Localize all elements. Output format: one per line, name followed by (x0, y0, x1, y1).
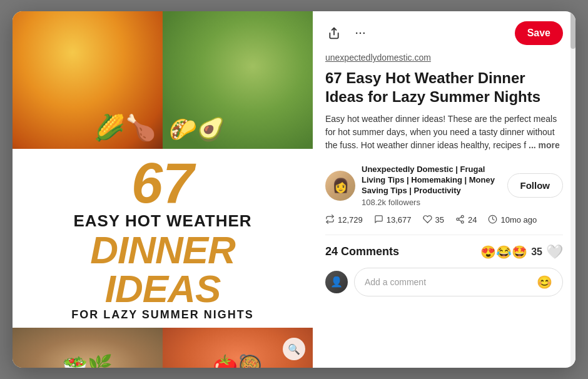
image-number: 67 (131, 155, 194, 211)
repin-icon (325, 215, 335, 226)
repin-count: 12,729 (338, 215, 363, 225)
stat-time: 10mo ago (488, 215, 537, 226)
svg-point-1 (356, 33, 358, 34)
comment-placeholder: Add a comment (365, 277, 426, 287)
share-stat-icon (455, 215, 465, 226)
scrollbar-thumb[interactable] (570, 11, 575, 49)
author-followers: 108.2k followers (362, 198, 501, 207)
follow-button[interactable]: Follow (507, 173, 564, 198)
commenter-avatar: 👤 (325, 271, 348, 293)
comments-header: 24 Comments 😍😂🤩 35 🤍 (325, 244, 563, 260)
image-line4: FOR LAZY SUMMER NIGHTS (71, 308, 254, 321)
comment-input-row: 👤 Add a comment 😊 (325, 268, 563, 296)
comments-section: 24 Comments 😍😂🤩 35 🤍 👤 Add a comment 😊 (325, 244, 563, 296)
image-bottom-left (13, 328, 163, 368)
scrollbar-track[interactable] (570, 11, 575, 368)
reaction-emojis: 😍😂🤩 (480, 245, 527, 260)
visual-search-button[interactable]: 🔍 (283, 338, 305, 360)
save-button[interactable]: Save (515, 21, 563, 45)
image-line2: DINNER (90, 231, 235, 270)
image-panel: 67 EASY HOT WEATHER DINNER IDEAS FOR LAZ… (13, 11, 313, 368)
stat-repins: 12,729 (325, 215, 363, 226)
svg-line-8 (459, 217, 461, 218)
share-button[interactable] (325, 24, 343, 42)
pin-description: Easy hot weather dinner ideas! These are… (325, 113, 563, 152)
comment-input-wrapper[interactable]: Add a comment 😊 (354, 268, 563, 296)
pin-title: 67 Easy Hot Weather Dinner Ideas for Laz… (325, 69, 563, 106)
svg-point-3 (363, 33, 365, 34)
stats-row: 12,729 13,677 35 (325, 215, 563, 235)
comment-icon (374, 215, 383, 226)
modal-overlay: 67 EASY HOT WEATHER DINNER IDEAS FOR LAZ… (0, 0, 588, 379)
reactions-row: 😍😂🤩 35 🤍 (480, 244, 563, 260)
shares-count: 24 (468, 215, 477, 225)
image-line3: IDEAS (105, 270, 220, 308)
image-collage: 67 EASY HOT WEATHER DINNER IDEAS FOR LAZ… (13, 11, 313, 368)
image-top-left (13, 11, 163, 149)
description-text: Easy hot weather dinner ideas! These are… (325, 114, 557, 150)
svg-line-7 (459, 220, 461, 221)
emoji-button[interactable]: 😊 (537, 275, 552, 290)
more-link[interactable]: ... more (529, 140, 560, 150)
author-section: 👩 Unexpectedly Domestic | Frugal Living … (325, 164, 563, 207)
heart-button[interactable]: 🤍 (546, 244, 563, 260)
image-top-right (163, 11, 313, 149)
header-actions: Save (325, 21, 563, 45)
comments-title: 24 Comments (325, 245, 399, 258)
comments-count: 13,677 (387, 215, 412, 225)
pin-modal: 67 EASY HOT WEATHER DINNER IDEAS FOR LAZ… (13, 11, 575, 368)
likes-count: 35 (435, 215, 444, 225)
info-panel: Save unexpectedlydomestic.com 67 Easy Ho… (313, 11, 575, 368)
stat-shares: 24 (455, 215, 477, 226)
header-left-icons (325, 24, 369, 42)
author-name[interactable]: Unexpectedly Domestic | Frugal Living Ti… (362, 164, 501, 196)
clock-icon (488, 215, 497, 226)
reaction-count: 35 (531, 246, 542, 258)
image-center-text: 67 EASY HOT WEATHER DINNER IDEAS FOR LAZ… (13, 149, 313, 328)
like-icon (423, 215, 432, 226)
author-avatar[interactable]: 👩 (325, 171, 355, 201)
time-ago: 10mo ago (500, 215, 537, 225)
stat-comments: 13,677 (374, 215, 412, 226)
stat-likes: 35 (423, 215, 444, 226)
source-url[interactable]: unexpectedlydomestic.com (325, 53, 563, 63)
svg-point-2 (360, 33, 362, 34)
more-options-button[interactable] (352, 24, 369, 42)
author-info: Unexpectedly Domestic | Frugal Living Ti… (362, 164, 501, 207)
